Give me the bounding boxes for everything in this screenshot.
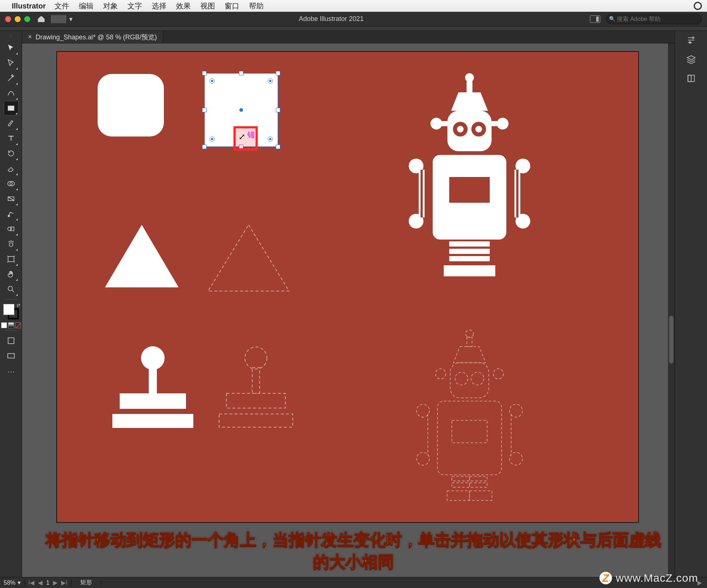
fill-stroke-swatches[interactable]: ⇄: [3, 304, 19, 319]
close-tab-icon[interactable]: ×: [28, 33, 32, 41]
artboard-tool[interactable]: [4, 252, 18, 266]
menu-edit[interactable]: 编辑: [79, 1, 94, 11]
menu-select[interactable]: 选择: [152, 1, 166, 11]
help-search[interactable]: 🔍: [606, 14, 702, 24]
svg-rect-62: [469, 477, 487, 481]
menu-help[interactable]: 帮助: [249, 1, 264, 11]
svg-rect-17: [252, 368, 260, 393]
eyedropper-tool[interactable]: [4, 206, 18, 221]
svg-rect-32: [449, 249, 469, 254]
hand-tool[interactable]: [4, 267, 18, 281]
svg-point-60: [510, 452, 523, 465]
svg-point-22: [430, 118, 442, 130]
svg-rect-36: [444, 265, 469, 276]
prev-artboard-button[interactable]: ◀: [38, 579, 42, 586]
svg-rect-13: [8, 338, 14, 344]
paintbrush-tool[interactable]: [4, 116, 18, 131]
zoom-tool[interactable]: [4, 282, 18, 297]
triangle-shape[interactable]: [105, 225, 179, 287]
rounded-rect-shape[interactable]: [98, 74, 164, 137]
watermark: Z www.MacZ.com: [599, 572, 698, 584]
type-tool[interactable]: [4, 131, 18, 146]
svg-point-59: [416, 452, 429, 465]
resize-cursor-icon: ⤢: [239, 132, 245, 142]
svg-rect-44: [449, 177, 490, 203]
menu-view[interactable]: 视图: [200, 1, 215, 11]
home-button[interactable]: [37, 15, 46, 24]
svg-point-7: [9, 243, 13, 247]
joystick-shape[interactable]: [112, 346, 193, 428]
menu-effect[interactable]: 效果: [176, 1, 191, 11]
close-window-button[interactable]: [5, 16, 11, 22]
zoom-value: 58%: [4, 580, 15, 586]
direct-selection-tool[interactable]: [4, 56, 18, 70]
menu-window[interactable]: 窗口: [225, 1, 239, 11]
svg-rect-55: [437, 401, 502, 475]
zoom-level[interactable]: 58% ▾: [0, 579, 25, 586]
svg-point-45: [457, 126, 464, 132]
last-artboard-button[interactable]: ▶I: [61, 579, 67, 586]
rotate-tool[interactable]: [4, 146, 18, 161]
symbol-sprayer-tool[interactable]: [4, 237, 18, 251]
robot-shape[interactable]: [374, 67, 565, 324]
panel-toggle-icon[interactable]: [590, 15, 600, 23]
svg-point-12: [8, 286, 13, 291]
draw-mode-normal[interactable]: [4, 333, 18, 348]
panel-grip-icon[interactable]: ::: [10, 34, 13, 38]
menu-file[interactable]: 文件: [54, 1, 69, 11]
scrollbar-thumb[interactable]: [669, 316, 673, 364]
blend-tool[interactable]: [4, 222, 18, 236]
properties-panel-icon[interactable]: [686, 35, 697, 46]
svg-rect-64: [469, 483, 487, 487]
gradient-tool[interactable]: [4, 191, 18, 206]
svg-rect-70: [688, 75, 691, 81]
curvature-tool[interactable]: [4, 86, 18, 100]
chevron-down-icon[interactable]: ▾: [18, 579, 21, 586]
color-mode-none[interactable]: [15, 322, 21, 328]
svg-point-46: [475, 126, 482, 132]
svg-point-4: [8, 215, 10, 217]
color-mode-solid[interactable]: [1, 322, 7, 328]
menu-type[interactable]: 文字: [127, 1, 142, 11]
joystick-outline-shape[interactable]: [212, 346, 300, 432]
tool-panel: :: ⇄ ⋯: [0, 31, 22, 577]
svg-rect-21: [467, 81, 472, 92]
svg-point-10: [13, 241, 13, 242]
pen-tool[interactable]: [4, 71, 18, 85]
menu-object[interactable]: 对象: [103, 1, 118, 11]
fill-swatch[interactable]: [3, 304, 14, 315]
svg-rect-52: [450, 363, 489, 398]
document-tab[interactable]: × Drawing_Shapes.ai* @ 58 % (RGB/预览): [22, 31, 163, 43]
chevron-down-icon[interactable]: ▾: [69, 15, 73, 23]
color-mode-gradient[interactable]: [8, 322, 14, 328]
libraries-panel-icon[interactable]: [686, 73, 697, 84]
app-title: Adobe Illustrator 2021: [73, 15, 590, 23]
app-titlebar: ▾ Adobe Illustrator 2021 🔍: [0, 12, 707, 26]
rectangle-tool[interactable]: [4, 101, 18, 116]
shape-builder-tool[interactable]: [4, 176, 18, 191]
window-controls: [5, 16, 30, 22]
vertical-scrollbar[interactable]: [668, 43, 675, 577]
selection-tool[interactable]: [4, 40, 18, 55]
workspace-switcher[interactable]: [51, 15, 66, 23]
first-artboard-button[interactable]: I◀: [28, 579, 34, 586]
canvas[interactable]: ⤢ 锚: [22, 43, 675, 577]
swap-fill-stroke-icon[interactable]: ⇄: [17, 302, 20, 308]
help-search-input[interactable]: [606, 14, 702, 24]
screen-mode-button[interactable]: [4, 349, 18, 364]
svg-rect-63: [452, 483, 469, 487]
app-menu[interactable]: Illustrator: [12, 2, 46, 10]
layers-panel-icon[interactable]: [686, 54, 697, 65]
menubar-status-icon[interactable]: [694, 2, 702, 10]
minimize-window-button[interactable]: [15, 16, 21, 22]
svg-marker-15: [208, 225, 289, 291]
eraser-tool[interactable]: [4, 161, 18, 176]
artboard-index[interactable]: 1: [46, 580, 49, 586]
robot-outline-shape[interactable]: [374, 324, 565, 524]
next-artboard-button[interactable]: ▶: [53, 579, 57, 586]
svg-rect-30: [449, 241, 469, 247]
artboard[interactable]: [57, 52, 639, 523]
edit-toolbar-button[interactable]: ⋯: [4, 364, 18, 379]
svg-rect-18: [226, 393, 285, 408]
fullscreen-window-button[interactable]: [24, 16, 30, 22]
